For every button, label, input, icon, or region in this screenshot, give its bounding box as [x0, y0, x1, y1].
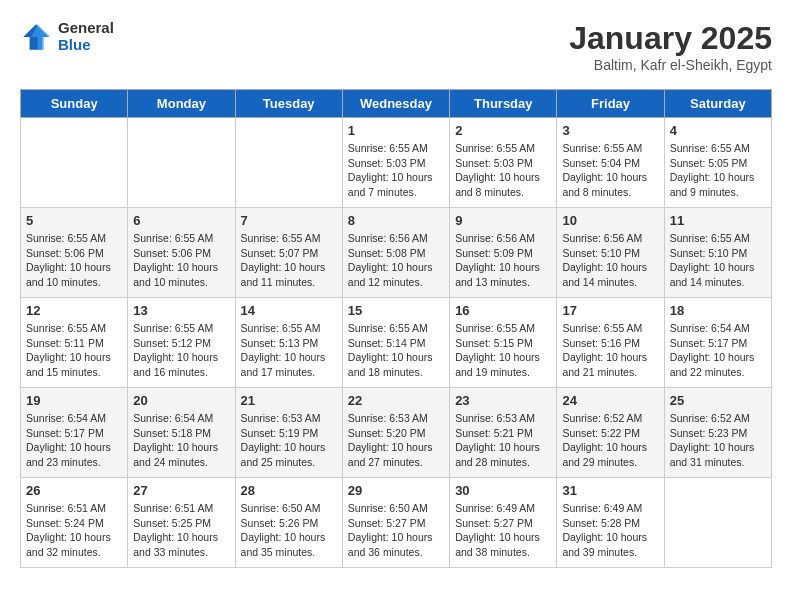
date-number: 7: [241, 213, 337, 228]
day-info: Sunrise: 6:55 AM Sunset: 5:06 PM Dayligh…: [133, 231, 229, 290]
day-info: Sunrise: 6:51 AM Sunset: 5:25 PM Dayligh…: [133, 501, 229, 560]
calendar-cell: 1Sunrise: 6:55 AM Sunset: 5:03 PM Daylig…: [342, 118, 449, 208]
date-number: 1: [348, 123, 444, 138]
date-number: 19: [26, 393, 122, 408]
date-number: 2: [455, 123, 551, 138]
date-number: 31: [562, 483, 658, 498]
date-number: 18: [670, 303, 766, 318]
day-header-thursday: Thursday: [450, 90, 557, 118]
calendar-cell: 2Sunrise: 6:55 AM Sunset: 5:03 PM Daylig…: [450, 118, 557, 208]
calendar-cell: 17Sunrise: 6:55 AM Sunset: 5:16 PM Dayli…: [557, 298, 664, 388]
day-info: Sunrise: 6:50 AM Sunset: 5:27 PM Dayligh…: [348, 501, 444, 560]
day-info: Sunrise: 6:56 AM Sunset: 5:09 PM Dayligh…: [455, 231, 551, 290]
day-info: Sunrise: 6:55 AM Sunset: 5:07 PM Dayligh…: [241, 231, 337, 290]
day-info: Sunrise: 6:50 AM Sunset: 5:26 PM Dayligh…: [241, 501, 337, 560]
logo-text: General Blue: [58, 20, 114, 53]
week-row-3: 12Sunrise: 6:55 AM Sunset: 5:11 PM Dayli…: [21, 298, 772, 388]
calendar-title: January 2025: [569, 20, 772, 57]
calendar-cell: 26Sunrise: 6:51 AM Sunset: 5:24 PM Dayli…: [21, 478, 128, 568]
week-row-2: 5Sunrise: 6:55 AM Sunset: 5:06 PM Daylig…: [21, 208, 772, 298]
calendar-cell: 24Sunrise: 6:52 AM Sunset: 5:22 PM Dayli…: [557, 388, 664, 478]
date-number: 30: [455, 483, 551, 498]
calendar-cell: 22Sunrise: 6:53 AM Sunset: 5:20 PM Dayli…: [342, 388, 449, 478]
day-header-friday: Friday: [557, 90, 664, 118]
day-info: Sunrise: 6:54 AM Sunset: 5:17 PM Dayligh…: [26, 411, 122, 470]
day-info: Sunrise: 6:55 AM Sunset: 5:16 PM Dayligh…: [562, 321, 658, 380]
date-number: 14: [241, 303, 337, 318]
date-number: 9: [455, 213, 551, 228]
calendar-cell: 25Sunrise: 6:52 AM Sunset: 5:23 PM Dayli…: [664, 388, 771, 478]
day-info: Sunrise: 6:51 AM Sunset: 5:24 PM Dayligh…: [26, 501, 122, 560]
calendar-cell: 23Sunrise: 6:53 AM Sunset: 5:21 PM Dayli…: [450, 388, 557, 478]
calendar-cell: [21, 118, 128, 208]
day-header-monday: Monday: [128, 90, 235, 118]
page-header: General Blue January 2025 Baltim, Kafr e…: [20, 20, 772, 73]
day-info: Sunrise: 6:55 AM Sunset: 5:15 PM Dayligh…: [455, 321, 551, 380]
day-info: Sunrise: 6:55 AM Sunset: 5:05 PM Dayligh…: [670, 141, 766, 200]
day-info: Sunrise: 6:49 AM Sunset: 5:27 PM Dayligh…: [455, 501, 551, 560]
date-number: 11: [670, 213, 766, 228]
date-number: 26: [26, 483, 122, 498]
calendar-cell: 28Sunrise: 6:50 AM Sunset: 5:26 PM Dayli…: [235, 478, 342, 568]
day-info: Sunrise: 6:49 AM Sunset: 5:28 PM Dayligh…: [562, 501, 658, 560]
date-number: 25: [670, 393, 766, 408]
date-number: 17: [562, 303, 658, 318]
day-info: Sunrise: 6:55 AM Sunset: 5:10 PM Dayligh…: [670, 231, 766, 290]
day-info: Sunrise: 6:52 AM Sunset: 5:22 PM Dayligh…: [562, 411, 658, 470]
day-info: Sunrise: 6:53 AM Sunset: 5:20 PM Dayligh…: [348, 411, 444, 470]
calendar-cell: 14Sunrise: 6:55 AM Sunset: 5:13 PM Dayli…: [235, 298, 342, 388]
day-info: Sunrise: 6:55 AM Sunset: 5:11 PM Dayligh…: [26, 321, 122, 380]
calendar-cell: [235, 118, 342, 208]
day-info: Sunrise: 6:55 AM Sunset: 5:03 PM Dayligh…: [455, 141, 551, 200]
calendar-cell: 21Sunrise: 6:53 AM Sunset: 5:19 PM Dayli…: [235, 388, 342, 478]
date-number: 8: [348, 213, 444, 228]
day-info: Sunrise: 6:55 AM Sunset: 5:12 PM Dayligh…: [133, 321, 229, 380]
day-header-sunday: Sunday: [21, 90, 128, 118]
date-number: 12: [26, 303, 122, 318]
day-info: Sunrise: 6:53 AM Sunset: 5:21 PM Dayligh…: [455, 411, 551, 470]
calendar-cell: 27Sunrise: 6:51 AM Sunset: 5:25 PM Dayli…: [128, 478, 235, 568]
day-info: Sunrise: 6:53 AM Sunset: 5:19 PM Dayligh…: [241, 411, 337, 470]
calendar-cell: 3Sunrise: 6:55 AM Sunset: 5:04 PM Daylig…: [557, 118, 664, 208]
calendar-cell: 9Sunrise: 6:56 AM Sunset: 5:09 PM Daylig…: [450, 208, 557, 298]
logo-icon: [20, 21, 52, 53]
calendar-cell: 19Sunrise: 6:54 AM Sunset: 5:17 PM Dayli…: [21, 388, 128, 478]
date-number: 10: [562, 213, 658, 228]
day-info: Sunrise: 6:55 AM Sunset: 5:13 PM Dayligh…: [241, 321, 337, 380]
day-info: Sunrise: 6:55 AM Sunset: 5:04 PM Dayligh…: [562, 141, 658, 200]
date-number: 23: [455, 393, 551, 408]
date-number: 20: [133, 393, 229, 408]
week-row-4: 19Sunrise: 6:54 AM Sunset: 5:17 PM Dayli…: [21, 388, 772, 478]
day-info: Sunrise: 6:54 AM Sunset: 5:18 PM Dayligh…: [133, 411, 229, 470]
logo-blue: Blue: [58, 37, 114, 54]
date-number: 3: [562, 123, 658, 138]
week-row-1: 1Sunrise: 6:55 AM Sunset: 5:03 PM Daylig…: [21, 118, 772, 208]
calendar-cell: 12Sunrise: 6:55 AM Sunset: 5:11 PM Dayli…: [21, 298, 128, 388]
calendar-cell: 16Sunrise: 6:55 AM Sunset: 5:15 PM Dayli…: [450, 298, 557, 388]
date-number: 5: [26, 213, 122, 228]
calendar-cell: 10Sunrise: 6:56 AM Sunset: 5:10 PM Dayli…: [557, 208, 664, 298]
day-header-wednesday: Wednesday: [342, 90, 449, 118]
date-number: 15: [348, 303, 444, 318]
calendar-cell: 4Sunrise: 6:55 AM Sunset: 5:05 PM Daylig…: [664, 118, 771, 208]
day-header-row: SundayMondayTuesdayWednesdayThursdayFrid…: [21, 90, 772, 118]
date-number: 28: [241, 483, 337, 498]
date-number: 22: [348, 393, 444, 408]
day-info: Sunrise: 6:55 AM Sunset: 5:14 PM Dayligh…: [348, 321, 444, 380]
calendar-cell: 13Sunrise: 6:55 AM Sunset: 5:12 PM Dayli…: [128, 298, 235, 388]
calendar-cell: 20Sunrise: 6:54 AM Sunset: 5:18 PM Dayli…: [128, 388, 235, 478]
calendar-cell: 7Sunrise: 6:55 AM Sunset: 5:07 PM Daylig…: [235, 208, 342, 298]
day-header-saturday: Saturday: [664, 90, 771, 118]
day-info: Sunrise: 6:56 AM Sunset: 5:10 PM Dayligh…: [562, 231, 658, 290]
date-number: 4: [670, 123, 766, 138]
logo-general: General: [58, 20, 114, 37]
day-info: Sunrise: 6:54 AM Sunset: 5:17 PM Dayligh…: [670, 321, 766, 380]
day-info: Sunrise: 6:55 AM Sunset: 5:03 PM Dayligh…: [348, 141, 444, 200]
day-info: Sunrise: 6:55 AM Sunset: 5:06 PM Dayligh…: [26, 231, 122, 290]
calendar-cell: 6Sunrise: 6:55 AM Sunset: 5:06 PM Daylig…: [128, 208, 235, 298]
logo: General Blue: [20, 20, 114, 53]
calendar-cell: 15Sunrise: 6:55 AM Sunset: 5:14 PM Dayli…: [342, 298, 449, 388]
calendar-cell: [128, 118, 235, 208]
date-number: 21: [241, 393, 337, 408]
calendar-cell: 8Sunrise: 6:56 AM Sunset: 5:08 PM Daylig…: [342, 208, 449, 298]
